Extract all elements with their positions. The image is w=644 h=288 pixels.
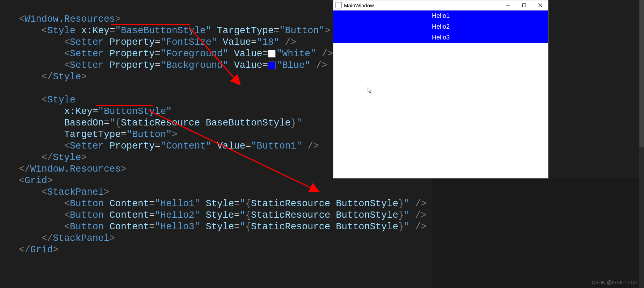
brace: } [291, 118, 296, 128]
xml-str: "Hello2" [155, 210, 200, 221]
xml-tag-open: < [42, 26, 47, 36]
hello-button-1[interactable]: Hello1 [333, 10, 548, 21]
xml-str: "Foreground" [160, 49, 228, 59]
xml-elem: Style [47, 95, 75, 105]
q: " [296, 118, 302, 128]
xml-tag-close: > [53, 245, 58, 255]
xml-elem: StackPanel [47, 187, 104, 197]
wpf-app-window[interactable]: MainWindow Hello1 Hello2 Hello3 [333, 0, 549, 179]
xml-tag-open: < [64, 141, 70, 151]
xml-tag-open: < [64, 199, 70, 209]
eq: = [155, 49, 160, 59]
eq: = [149, 222, 155, 232]
xml-attr: x:Key [64, 106, 93, 117]
eq: = [262, 49, 268, 59]
xml-attr: Property [109, 37, 155, 48]
xml-str: "Blue" [276, 60, 310, 71]
titlebar[interactable]: MainWindow [333, 0, 548, 10]
xml-tag-open: < [19, 175, 24, 186]
sp [200, 222, 206, 232]
xml-tag-open: </ [42, 72, 53, 82]
color-swatch-blue [268, 62, 276, 69]
sp [211, 26, 217, 36]
xml-attr: Content [109, 210, 149, 221]
scrollbar[interactable] [639, 0, 644, 288]
eq: = [121, 129, 126, 140]
xml-tag-close: /> [410, 199, 427, 209]
q: " [240, 210, 245, 221]
window-title: MainWindow [344, 2, 500, 8]
eq: = [109, 26, 115, 36]
xml-attr: Content [109, 199, 149, 209]
xml-elem: Setter [70, 60, 109, 71]
xml-attr: Value [234, 60, 262, 71]
xml-tag-close: > [81, 152, 87, 163]
sp [229, 49, 234, 59]
xml-elem: Style [53, 152, 81, 163]
xml-str: "White" [276, 49, 316, 59]
hello-button-2[interactable]: Hello2 [333, 21, 548, 32]
q: " [240, 222, 245, 232]
xml-attr: Style [206, 222, 234, 232]
brace: { [245, 199, 251, 209]
xml-elem: StackPanel [53, 233, 109, 244]
eq: = [234, 210, 240, 221]
close-button[interactable] [532, 0, 548, 10]
xml-str: "FontSize" [160, 37, 217, 48]
hello-button-3[interactable]: Hello3 [333, 32, 548, 43]
xml-tag-close: /> [410, 210, 427, 221]
xml-attr: x:Key [81, 26, 109, 36]
xml-tag-close: > [325, 26, 330, 36]
xml-attr: Value [217, 141, 245, 151]
eq: = [149, 199, 155, 209]
xml-attr: Property [109, 49, 155, 59]
xml-tag-close: /> [279, 37, 296, 48]
xml-elem: Button [70, 222, 109, 232]
xml-tag-close: /> [410, 222, 427, 232]
brace: } [398, 222, 404, 232]
xml-attr: Value [223, 37, 251, 48]
xml-elem: Button [70, 210, 109, 221]
resource-ref: StaticResource BaseButtonStyle [121, 118, 291, 128]
xml-tag-close: > [172, 129, 177, 140]
xml-str: "Button" [126, 129, 172, 140]
xml-tag-open: < [19, 14, 24, 24]
xml-tag-open: </ [19, 164, 30, 174]
eq: = [155, 60, 160, 71]
xml-str: "Background" [160, 60, 228, 71]
q: " [404, 222, 410, 232]
maximize-button[interactable] [516, 0, 532, 10]
background-below-window [432, 178, 644, 288]
eq: = [245, 141, 251, 151]
xml-attr: TargetType [217, 26, 274, 36]
xml-attr: Content [109, 222, 149, 232]
xml-attr: Value [234, 49, 262, 59]
q: " [109, 118, 115, 128]
mouse-cursor-icon [368, 87, 372, 94]
xml-attr: Style [206, 199, 234, 209]
sp [211, 141, 217, 151]
xml-tag-close: > [47, 175, 53, 186]
xml-elem: Setter [70, 37, 109, 48]
xml-str: "Hello1" [155, 199, 200, 209]
xml-tag-open: < [64, 222, 70, 232]
eq: = [274, 26, 279, 36]
background-right [548, 0, 644, 178]
eq: = [234, 199, 240, 209]
xml-tag-close: > [115, 14, 121, 24]
eq: = [93, 106, 98, 117]
brace: { [245, 222, 251, 232]
xml-tag-open: < [64, 210, 70, 221]
q: " [240, 199, 245, 209]
minimize-button[interactable] [500, 0, 516, 10]
xml-str: "ButtonStyle" [98, 106, 172, 117]
sp [229, 60, 234, 71]
xml-tag-open: < [64, 60, 70, 71]
xml-elem: Window.Resources [24, 14, 115, 24]
xml-attr: Property [109, 141, 155, 151]
xml-tag-open: </ [42, 152, 53, 163]
xml-tag-close: > [121, 164, 126, 174]
xml-attr: Property [109, 60, 155, 71]
scrollbar-thumb[interactable] [639, 0, 644, 147]
xml-str: "Button" [279, 26, 325, 36]
